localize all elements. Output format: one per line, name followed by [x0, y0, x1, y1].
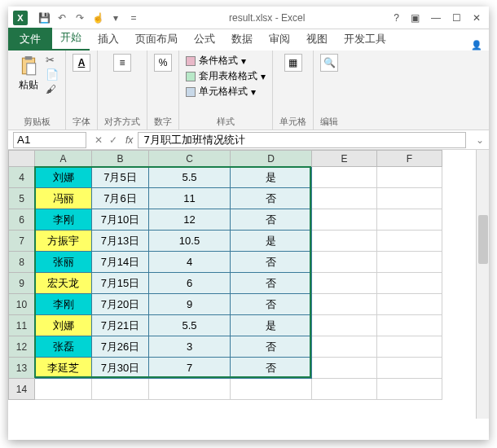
number-icon[interactable]: % — [154, 54, 172, 72]
fx-icon[interactable]: fx — [125, 134, 133, 146]
col-header-C[interactable]: C — [149, 151, 231, 167]
cell-D10[interactable]: 否 — [231, 294, 312, 315]
cell-F7[interactable] — [377, 231, 442, 252]
conditional-format-button[interactable]: 条件格式 ▾ — [186, 54, 266, 68]
col-header-B[interactable]: B — [92, 151, 149, 167]
expand-formula-icon[interactable]: ⌄ — [471, 134, 489, 146]
tab-开始[interactable]: 开始 — [52, 26, 90, 51]
cell-A5[interactable]: 冯丽 — [35, 188, 92, 209]
cell-C13[interactable]: 7 — [149, 358, 231, 379]
tab-开发工具[interactable]: 开发工具 — [336, 28, 394, 51]
cell-B5[interactable]: 7月6日 — [92, 188, 149, 209]
paste-button[interactable]: 粘贴 — [15, 54, 42, 94]
cell-E5[interactable] — [312, 188, 377, 209]
cell-D12[interactable]: 否 — [231, 336, 312, 358]
cell-E9[interactable] — [312, 273, 377, 294]
cell-D14[interactable] — [231, 379, 312, 400]
cell-C8[interactable]: 4 — [149, 252, 231, 273]
format-as-table-button[interactable]: 套用表格格式 ▾ — [186, 69, 266, 83]
cell-F13[interactable] — [377, 358, 442, 379]
row-header-14[interactable]: 14 — [9, 379, 35, 400]
cell-D4[interactable]: 是 — [231, 167, 312, 188]
close-icon[interactable]: ✕ — [473, 12, 481, 24]
col-header-D[interactable]: D — [231, 151, 312, 167]
cell-A4[interactable]: 刘娜 — [35, 167, 92, 188]
cell-A13[interactable]: 李延芝 — [35, 358, 92, 379]
redo-icon[interactable]: ↷ — [73, 12, 86, 24]
cell-B8[interactable]: 7月14日 — [92, 252, 149, 273]
cell-D8[interactable]: 否 — [231, 252, 312, 273]
enter-formula-icon[interactable]: ✓ — [109, 134, 117, 146]
cell-D7[interactable]: 是 — [231, 231, 312, 252]
cell-B7[interactable]: 7月13日 — [92, 231, 149, 252]
tab-插入[interactable]: 插入 — [90, 28, 127, 51]
cell-E13[interactable] — [312, 358, 377, 379]
tab-file[interactable]: 文件 — [8, 28, 52, 51]
row-header-12[interactable]: 12 — [9, 336, 35, 358]
align-icon[interactable]: ≡ — [113, 54, 131, 72]
cell-F5[interactable] — [377, 188, 442, 209]
cell-F10[interactable] — [377, 294, 442, 315]
cell-E4[interactable] — [312, 167, 377, 188]
row-header-11[interactable]: 11 — [9, 315, 35, 336]
cell-D6[interactable]: 否 — [231, 209, 312, 231]
row-header-8[interactable]: 8 — [9, 252, 35, 273]
cell-C11[interactable]: 5.5 — [149, 315, 231, 336]
cell-A8[interactable]: 张丽 — [35, 252, 92, 273]
cell-F9[interactable] — [377, 273, 442, 294]
maximize-icon[interactable]: ☐ — [452, 12, 461, 24]
row-header-10[interactable]: 10 — [9, 294, 35, 315]
cell-D13[interactable]: 否 — [231, 358, 312, 379]
cell-F4[interactable] — [377, 167, 442, 188]
cell-C7[interactable]: 10.5 — [149, 231, 231, 252]
touch-mode-icon[interactable]: ☝ — [91, 12, 104, 24]
cell-E7[interactable] — [312, 231, 377, 252]
minimize-icon[interactable]: — — [431, 12, 441, 24]
cell-B10[interactable]: 7月20日 — [92, 294, 149, 315]
cell-E8[interactable] — [312, 252, 377, 273]
cell-F6[interactable] — [377, 209, 442, 231]
font-icon[interactable]: A — [73, 54, 90, 72]
cell-E12[interactable] — [312, 336, 377, 358]
cell-E14[interactable] — [312, 379, 377, 400]
cut-icon[interactable]: ✂ — [46, 54, 59, 66]
cell-B12[interactable]: 7月26日 — [92, 336, 149, 358]
cell-E6[interactable] — [312, 209, 377, 231]
cell-A11[interactable]: 刘娜 — [35, 315, 92, 336]
col-header-F[interactable]: F — [377, 151, 442, 167]
cell-B11[interactable]: 7月21日 — [92, 315, 149, 336]
format-painter-icon[interactable]: 🖌 — [46, 83, 59, 95]
cell-C9[interactable]: 6 — [149, 273, 231, 294]
row-header-5[interactable]: 5 — [9, 188, 35, 209]
save-icon[interactable]: 💾 — [37, 12, 51, 24]
cell-C10[interactable]: 9 — [149, 294, 231, 315]
row-header-13[interactable]: 13 — [9, 358, 35, 379]
copy-icon[interactable]: 📄 — [46, 68, 59, 81]
tab-数据[interactable]: 数据 — [223, 28, 261, 51]
cell-F8[interactable] — [377, 252, 442, 273]
cell-E11[interactable] — [312, 315, 377, 336]
cell-B14[interactable] — [92, 379, 149, 400]
cell-A14[interactable] — [35, 379, 92, 400]
cell-D9[interactable]: 否 — [231, 273, 312, 294]
ribbon-display-icon[interactable]: ▣ — [411, 12, 420, 24]
cell-F12[interactable] — [377, 336, 442, 358]
row-header-9[interactable]: 9 — [9, 273, 35, 294]
cell-C14[interactable] — [149, 379, 231, 400]
cell-F14[interactable] — [377, 379, 442, 400]
row-header-7[interactable]: 7 — [9, 231, 35, 252]
cell-B9[interactable]: 7月15日 — [92, 273, 149, 294]
qat-more-icon[interactable]: ▾ — [109, 12, 122, 24]
cell-A12[interactable]: 张磊 — [35, 336, 92, 358]
spreadsheet-grid[interactable]: ABCDEF4刘娜7月5日5.5是5冯丽7月6日11否6李刚7月10日12否7方… — [8, 150, 489, 419]
editing-icon[interactable]: 🔍 — [320, 54, 338, 72]
col-header-A[interactable]: A — [35, 151, 92, 167]
cell-A10[interactable]: 李刚 — [35, 294, 92, 315]
tab-审阅[interactable]: 审阅 — [261, 28, 298, 51]
name-box[interactable] — [13, 132, 86, 148]
row-header-6[interactable]: 6 — [9, 209, 35, 231]
tab-视图[interactable]: 视图 — [298, 28, 336, 51]
cell-A7[interactable]: 方振宇 — [35, 231, 92, 252]
cell-C5[interactable]: 11 — [149, 188, 231, 209]
cell-B6[interactable]: 7月10日 — [92, 209, 149, 231]
